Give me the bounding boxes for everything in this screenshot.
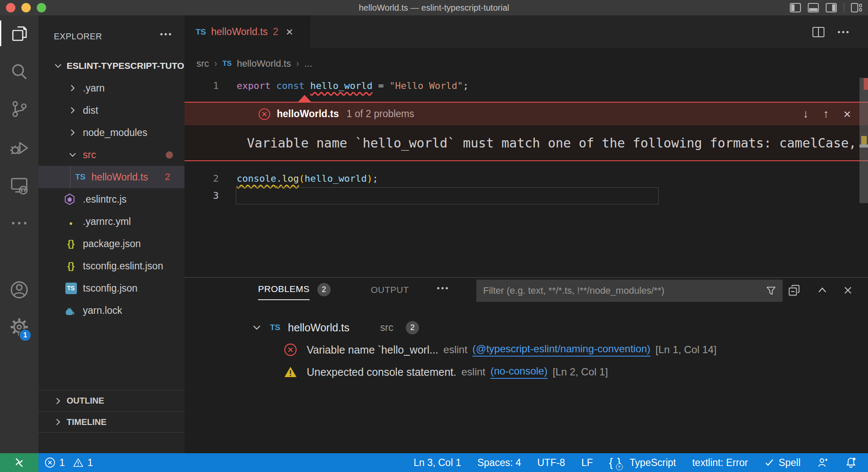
code-line-1-text: export const hello_world = "Hello World"… (237, 78, 469, 94)
status-indentation[interactable]: Spaces: 4 (477, 457, 521, 469)
tree-item-helloworld-ts[interactable]: TS helloWorld.ts 2 (38, 166, 185, 188)
breadcrumb-folder[interactable]: src (196, 58, 209, 69)
folder-label: node_modules (83, 127, 147, 139)
settings-button[interactable]: 1 (0, 314, 38, 340)
problem-rule-link[interactable]: (@typescript-eslint/naming-convention) (472, 343, 651, 357)
run-debug-view-button[interactable] (0, 135, 38, 161)
tree-item-tsconfig-eslint-json[interactable]: {} tsconfig.eslint.json (38, 255, 185, 277)
filter-funnel-icon[interactable] (765, 285, 777, 296)
previous-problem-icon[interactable]: ↑ (823, 107, 829, 121)
peek-close-icon[interactable]: × (843, 107, 851, 121)
problems-tab-label: PROBLEMS (258, 284, 310, 300)
customize-layout-icon[interactable] (851, 3, 862, 12)
folder-problem-dot (166, 151, 173, 159)
current-line-highlight (236, 187, 659, 204)
tree-item-yarnrc-yml[interactable]: .yarnrc.yml (38, 210, 185, 233)
status-spell-checker[interactable]: Spell (764, 457, 801, 469)
tab-output[interactable]: OUTPUT (371, 285, 409, 295)
tree-item-yarn-folder[interactable]: .yarn (38, 77, 185, 99)
accounts-button[interactable] (0, 277, 38, 303)
tab-helloworld-ts[interactable]: TS helloWorld.ts 2 × (185, 15, 310, 48)
feedback-person-icon[interactable] (817, 457, 829, 469)
problems-file-group-row[interactable]: TS helloWorld.ts src 2 (185, 316, 868, 339)
error-peek-widget: helloWorld.ts 1 of 2 problems ↓ ↑ × Vari… (185, 102, 868, 161)
notifications-bell-icon[interactable] (845, 457, 857, 469)
explorer-view-button[interactable] (0, 21, 38, 46)
file-problem-count: 2 (165, 171, 170, 183)
titlebar: helloWorld.ts — eslint-typescript-tutori… (0, 0, 868, 15)
tab-problems[interactable]: PROBLEMS 2 (258, 283, 331, 301)
next-problem-icon[interactable]: ↓ (803, 107, 809, 121)
source-control-icon (9, 99, 29, 119)
tree-item-package-json[interactable]: {} package.json (38, 233, 185, 255)
editor-more-actions-icon[interactable] (837, 30, 849, 34)
json-file-icon: {} (63, 260, 79, 271)
typescript-file-icon: TS (270, 323, 280, 332)
explorer-more-actions-icon[interactable] (160, 32, 172, 36)
tree-item-src-folder[interactable]: src (38, 144, 185, 166)
remote-indicator[interactable] (0, 453, 38, 472)
eslint-file-icon (63, 193, 79, 206)
peek-error-message: Variable name `hello_world` must match o… (247, 136, 856, 150)
typescript-file-icon: TS (75, 172, 85, 182)
status-encoding[interactable]: UTF-8 (537, 457, 565, 469)
toggle-panel-icon[interactable] (808, 3, 819, 12)
explorer-sidebar: EXPLORER ESLINT-TYPESCRIPT-TUTO... .yarn… (38, 15, 185, 453)
tab-close-icon[interactable]: × (286, 26, 293, 38)
problem-row-warning[interactable]: Unexpected console statement. eslint (no… (185, 361, 868, 383)
titlebar-separator (844, 3, 844, 12)
breadcrumb-symbol[interactable]: ... (304, 58, 312, 69)
file-label: helloWorld.ts (91, 171, 148, 183)
breadcrumb-file[interactable]: helloWorld.ts (237, 58, 291, 69)
tab-problem-count: 2 (273, 26, 279, 38)
typescript-file-icon: TS (196, 27, 206, 37)
peek-problem-count: 1 of 2 problems (346, 108, 414, 120)
tree-item-yarn-lock[interactable]: yarn.lock (38, 299, 185, 322)
file-label: .eslintrc.js (83, 194, 126, 205)
problem-message: Variable name `hello_worl... (307, 344, 438, 356)
tree-item-eslintrc-js[interactable]: .eslintrc.js (38, 188, 185, 210)
collapse-all-icon[interactable] (788, 284, 801, 297)
tree-item-node-modules-folder[interactable]: node_modules (38, 121, 185, 144)
tree-item-tsconfig-json[interactable]: TS tsconfig.json (38, 277, 185, 299)
status-eol[interactable]: LF (581, 457, 593, 469)
indent-guide (70, 166, 70, 188)
problems-panel: PROBLEMS 2 OUTPUT TS helloWorld.ts src 2… (185, 277, 868, 453)
toggle-secondary-sidebar-icon[interactable] (826, 3, 837, 12)
split-editor-icon[interactable] (812, 27, 824, 37)
filter-input[interactable] (476, 285, 765, 296)
remote-explorer-view-button[interactable] (0, 173, 38, 198)
error-icon (284, 343, 297, 357)
code-area[interactable]: 1 export const hello_world = "Hello Worl… (185, 75, 868, 277)
problem-row-error[interactable]: Variable name `hello_worl... eslint (@ty… (185, 339, 868, 361)
problem-location: [Ln 2, Col 1] (553, 366, 608, 378)
remote-explorer-icon (9, 176, 29, 195)
source-control-view-button[interactable] (0, 96, 38, 122)
close-panel-icon[interactable] (842, 284, 854, 297)
toggle-sidebar-icon[interactable] (790, 3, 801, 12)
additional-views-button[interactable] (0, 210, 38, 236)
timeline-section-header[interactable]: TIMELINE (38, 411, 185, 433)
status-problems[interactable]: 1 1 (44, 453, 93, 472)
status-textlint[interactable]: textlint: Error (692, 457, 748, 469)
chevron-right-icon (68, 84, 77, 92)
json-file-icon: {} (63, 238, 79, 249)
chevron-right-icon: › (214, 58, 217, 69)
status-language-mode[interactable]: {}× TypeScript (609, 456, 676, 469)
status-cursor-position[interactable]: Ln 3, Col 1 (413, 457, 461, 469)
peek-body[interactable]: Variable name `hello_world` must match o… (185, 125, 868, 160)
tree-item-dist-folder[interactable]: dist (38, 99, 185, 121)
panel-more-tabs-icon[interactable] (437, 286, 449, 290)
ellipsis-icon (11, 221, 28, 226)
explorer-root-row[interactable]: ESLINT-TYPESCRIPT-TUTO... (38, 55, 185, 77)
search-icon (9, 62, 29, 82)
line-number: 1 (185, 78, 219, 94)
peek-file-name: helloWorld.ts (277, 108, 339, 120)
warning-count: 1 (88, 457, 93, 469)
maximize-panel-icon[interactable] (816, 284, 829, 297)
search-view-button[interactable] (0, 59, 38, 85)
problem-rule-link[interactable]: (no-console) (490, 365, 547, 379)
editor-scrollbar[interactable] (859, 75, 868, 277)
problem-source: eslint (461, 366, 485, 378)
outline-section-header[interactable]: OUTLINE (38, 390, 185, 411)
